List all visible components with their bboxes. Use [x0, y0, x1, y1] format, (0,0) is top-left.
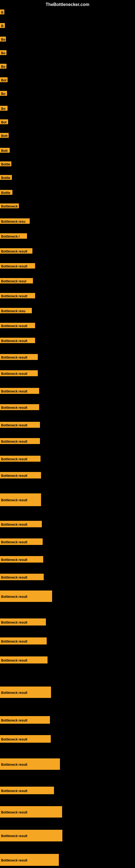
bottleneck-label-39: Bottleneck result	[0, 638, 47, 645]
bottleneck-label-6: Bo	[0, 91, 7, 96]
bottleneck-label-10: Bott	[0, 148, 10, 153]
bottleneck-label-21: Bottleneck resu	[0, 308, 32, 313]
bottleneck-label-31: Bottleneck result	[0, 472, 41, 478]
bottleneck-label-30: Bottleneck result	[0, 456, 41, 462]
bottleneck-label-35: Bottleneck result	[0, 556, 43, 563]
bottleneck-label-28: Bottleneck result	[0, 422, 40, 428]
bottleneck-label-18: Bottleneck result	[0, 263, 35, 269]
bottleneck-label-9: Bott	[0, 133, 9, 138]
bottleneck-label-15: Bottleneck resu	[0, 218, 30, 224]
bottleneck-label-32: Bottleneck result	[0, 493, 41, 506]
bottleneck-label-2: Bo	[0, 37, 6, 41]
bottleneck-label-46: Bottleneck result	[0, 806, 62, 817]
bottleneck-label-24: Bottleneck result	[0, 354, 38, 360]
site-title: TheBottlenecker.com	[46, 2, 89, 7]
bottleneck-label-8: Bot	[0, 119, 8, 124]
bottleneck-label-44: Bottleneck result	[0, 758, 60, 770]
bottleneck-label-17: Bottleneck result	[0, 248, 32, 254]
bottleneck-label-0: B	[0, 9, 4, 14]
bottleneck-label-36: Bottleneck result	[0, 574, 44, 580]
bottleneck-label-4: Bo	[0, 64, 6, 69]
bottleneck-label-23: Bottleneck result	[0, 338, 35, 343]
bottleneck-label-11: Bottle	[0, 161, 11, 166]
bottleneck-label-37: Bottleneck result	[0, 590, 52, 602]
bottleneck-label-38: Bottleneck result	[0, 618, 46, 625]
bottleneck-label-34: Bottleneck result	[0, 538, 43, 545]
bottleneck-label-40: Bottleneck result	[0, 656, 48, 663]
bottleneck-label-22: Bottleneck result	[0, 323, 35, 328]
bottleneck-label-27: Bottleneck result	[0, 404, 39, 410]
bottleneck-label-5: Bot	[0, 77, 8, 82]
bottleneck-label-33: Bottleneck result	[0, 521, 42, 527]
bottleneck-label-7: Bo	[0, 106, 8, 111]
bottleneck-label-20: Bottleneck result	[0, 293, 35, 299]
bottleneck-label-43: Bottleneck result	[0, 735, 51, 743]
bottleneck-label-13: Bottle	[0, 190, 12, 195]
bottleneck-label-3: Bo	[0, 50, 6, 55]
bottleneck-label-14: Bottleneck	[0, 204, 19, 208]
bottleneck-label-41: Bottleneck result	[0, 686, 51, 698]
bottleneck-label-26: Bottleneck result	[0, 388, 39, 394]
bottleneck-label-48: Bottleneck result	[0, 854, 59, 866]
bottleneck-label-1: B	[0, 23, 5, 28]
bottleneck-label-19: Bottleneck resul	[0, 278, 33, 283]
bottleneck-label-47: Bottleneck result	[0, 830, 62, 841]
bottleneck-label-42: Bottleneck result	[0, 716, 50, 724]
bottleneck-label-45: Bottleneck result	[0, 786, 54, 794]
bottleneck-label-25: Bottleneck result	[0, 370, 38, 376]
bottleneck-label-12: Bottle	[0, 175, 12, 180]
bottleneck-label-29: Bottleneck result	[0, 438, 40, 444]
bottleneck-label-16: Bottleneck r	[0, 233, 27, 239]
